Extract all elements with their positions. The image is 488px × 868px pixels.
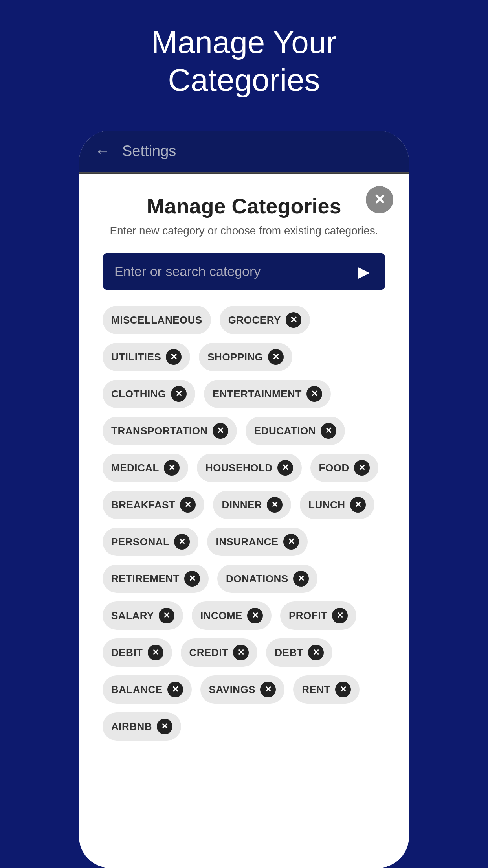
tag-close-button[interactable]: ✕ <box>308 645 324 660</box>
tag-close-button[interactable]: ✕ <box>350 497 366 513</box>
tag-label: SHOPPING <box>207 351 263 363</box>
tag-label: EDUCATION <box>254 425 316 437</box>
tag-item: GROCERY✕ <box>220 306 310 334</box>
tag-item: AIRBNB✕ <box>103 712 181 741</box>
tag-close-button[interactable]: ✕ <box>306 386 322 402</box>
tag-label: RENT <box>302 684 330 696</box>
tag-label: CLOTHING <box>111 388 166 400</box>
tag-close-button[interactable]: ✕ <box>321 423 336 439</box>
tag-label: SALARY <box>111 610 154 622</box>
tag-close-button[interactable]: ✕ <box>213 423 228 439</box>
tag-item: HOUSEHOLD✕ <box>197 454 302 482</box>
tag-item: MISCELLANEOUS <box>103 306 211 334</box>
tag-item: SHOPPING✕ <box>199 343 292 371</box>
tag-label: INSURANCE <box>216 536 278 548</box>
tag-close-button[interactable]: ✕ <box>180 497 196 513</box>
tag-close-button[interactable]: ✕ <box>233 645 249 660</box>
close-button[interactable]: ✕ <box>366 186 393 213</box>
tag-item: DEBIT✕ <box>103 638 172 667</box>
tag-close-button[interactable]: ✕ <box>157 719 172 734</box>
tag-close-button[interactable]: ✕ <box>171 386 187 402</box>
tag-label: FOOD <box>319 462 349 474</box>
tag-item: UTILITIES✕ <box>103 343 190 371</box>
tag-item: PROFIT✕ <box>280 601 356 630</box>
tag-label: PERSONAL <box>111 536 169 548</box>
tag-item: FOOD✕ <box>310 454 378 482</box>
tag-item: INSURANCE✕ <box>207 528 307 556</box>
phone-frame: ← Settings ✕ Manage Categories Enter new… <box>79 131 409 868</box>
tag-close-button[interactable]: ✕ <box>247 608 263 623</box>
tag-label: DEBT <box>275 647 303 659</box>
page-title: Manage Your Categories <box>106 24 382 99</box>
tag-close-button[interactable]: ✕ <box>260 682 276 697</box>
tag-close-button[interactable]: ✕ <box>148 645 163 660</box>
tag-label: ENTERTAINMENT <box>213 388 302 400</box>
app-bar-title: Settings <box>122 143 176 160</box>
tag-close-button[interactable]: ✕ <box>159 608 174 623</box>
tag-label: HOUSEHOLD <box>205 462 273 474</box>
tag-close-button[interactable]: ✕ <box>286 312 301 328</box>
tag-item: BREAKFAST✕ <box>103 491 204 519</box>
tag-item: CREDIT✕ <box>181 638 258 667</box>
tag-close-button[interactable]: ✕ <box>354 460 370 476</box>
tag-item: LUNCH✕ <box>300 491 374 519</box>
send-button[interactable]: ▶ <box>354 259 374 285</box>
tag-label: GROCERY <box>228 314 281 326</box>
tag-item: TRANSPORTATION✕ <box>103 417 237 445</box>
tag-close-button[interactable]: ✕ <box>166 349 182 365</box>
back-arrow-icon[interactable]: ← <box>95 142 110 160</box>
tag-item: SAVINGS✕ <box>200 675 285 704</box>
tag-close-button[interactable]: ✕ <box>267 497 283 513</box>
tag-item: RENT✕ <box>293 675 360 704</box>
tag-label: RETIREMENT <box>111 573 180 585</box>
tag-label: TRANSPORTATION <box>111 425 208 437</box>
tag-item: EDUCATION✕ <box>246 417 345 445</box>
tag-close-button[interactable]: ✕ <box>332 608 348 623</box>
tag-item: ENTERTAINMENT✕ <box>204 380 331 408</box>
tag-label: PROFIT <box>289 610 327 622</box>
tag-close-button[interactable]: ✕ <box>164 460 180 476</box>
tag-label: INCOME <box>200 610 242 622</box>
tag-label: DINNER <box>222 499 262 511</box>
tag-label: MEDICAL <box>111 462 159 474</box>
tag-item: DONATIONS✕ <box>217 565 317 593</box>
tag-item: PERSONAL✕ <box>103 528 198 556</box>
tag-label: UTILITIES <box>111 351 161 363</box>
search-container: ▶ <box>103 253 385 290</box>
modal-title: Manage Categories <box>103 194 385 218</box>
tag-label: DONATIONS <box>226 573 288 585</box>
tag-close-button[interactable]: ✕ <box>335 682 351 697</box>
tag-label: BALANCE <box>111 684 163 696</box>
tag-label: DEBIT <box>111 647 143 659</box>
tag-close-button[interactable]: ✕ <box>184 571 200 587</box>
tag-item: DINNER✕ <box>213 491 291 519</box>
tag-item: INCOME✕ <box>192 601 272 630</box>
tag-item: BALANCE✕ <box>103 675 192 704</box>
search-input[interactable] <box>114 253 354 290</box>
tag-item: CLOTHING✕ <box>103 380 195 408</box>
app-bar: ← Settings <box>79 131 409 172</box>
tag-item: SALARY✕ <box>103 601 183 630</box>
tag-item: DEBT✕ <box>266 638 332 667</box>
tag-close-button[interactable]: ✕ <box>268 349 284 365</box>
modal-subtitle: Enter new category or choose from existi… <box>103 224 385 237</box>
tag-item: RETIREMENT✕ <box>103 565 209 593</box>
tag-close-button[interactable]: ✕ <box>174 534 190 550</box>
tag-label: LUNCH <box>308 499 345 511</box>
tag-close-button[interactable]: ✕ <box>167 682 183 697</box>
modal-content: ✕ Manage Categories Enter new category o… <box>79 174 409 768</box>
tag-label: BREAKFAST <box>111 499 175 511</box>
tag-close-button[interactable]: ✕ <box>293 571 309 587</box>
tag-close-button[interactable]: ✕ <box>277 460 293 476</box>
tag-label: SAVINGS <box>209 684 256 696</box>
tags-container: MISCELLANEOUSGROCERY✕UTILITIES✕SHOPPING✕… <box>103 306 385 752</box>
tag-close-button[interactable]: ✕ <box>283 534 299 550</box>
tag-label: CREDIT <box>189 647 229 659</box>
tag-label: AIRBNB <box>111 721 152 733</box>
tag-item: MEDICAL✕ <box>103 454 188 482</box>
